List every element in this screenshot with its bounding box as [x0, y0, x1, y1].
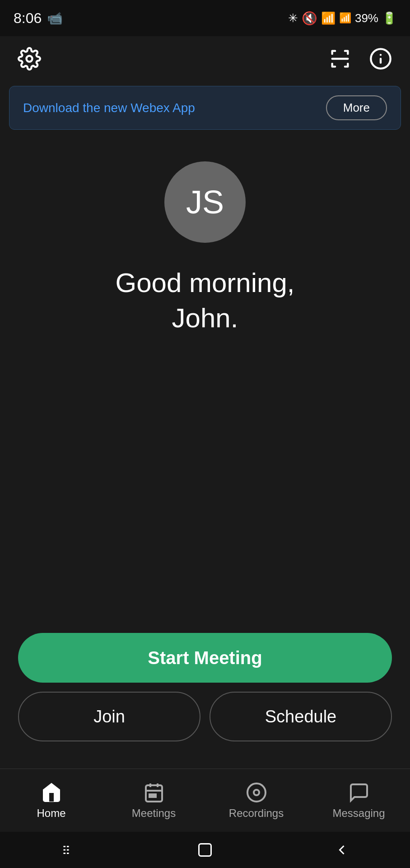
- system-navigation: [0, 832, 410, 868]
- settings-icon: [18, 47, 41, 71]
- action-area: Start Meeting Join Schedule: [0, 633, 410, 741]
- greeting-line1: Good morning,: [116, 268, 295, 298]
- status-icons-right: ✳ 🔇 📶 📶 39% 🔋: [288, 11, 396, 26]
- user-avatar: JS: [164, 161, 246, 243]
- svg-point-12: [254, 790, 259, 795]
- time-display: 8:06: [14, 10, 42, 27]
- banner-more-button[interactable]: More: [326, 95, 387, 120]
- nav-messaging[interactable]: Messaging: [308, 782, 410, 820]
- start-meeting-button[interactable]: Start Meeting: [18, 633, 392, 683]
- bluetooth-icon: ✳: [288, 11, 298, 25]
- join-button[interactable]: Join: [18, 692, 200, 741]
- avatar-initials: JS: [186, 184, 224, 221]
- back-button[interactable]: [334, 842, 350, 858]
- nav-meetings-label: Meetings: [132, 807, 176, 820]
- bottom-navigation: Home Meetings Recordings Messaging: [0, 769, 410, 832]
- settings-button[interactable]: [14, 43, 45, 75]
- scan-icon: [328, 47, 352, 71]
- greeting-text: Good morning, John.: [116, 265, 295, 336]
- svg-point-11: [247, 783, 266, 802]
- svg-rect-10: [153, 794, 156, 797]
- mute-icon: 🔇: [302, 11, 317, 26]
- messaging-icon: [348, 782, 370, 803]
- nav-home[interactable]: Home: [0, 782, 102, 820]
- secondary-buttons: Join Schedule: [18, 692, 392, 741]
- svg-rect-19: [199, 844, 211, 856]
- video-indicator: 📹: [47, 11, 63, 26]
- nav-meetings[interactable]: Meetings: [102, 782, 205, 820]
- banner-text: Download the new Webex App: [23, 101, 195, 115]
- recordings-icon: [246, 782, 267, 803]
- header-right-icons: [324, 43, 396, 75]
- svg-point-0: [27, 56, 33, 62]
- main-content: JS Good morning, John.: [0, 134, 410, 354]
- battery-percentage: 39%: [355, 11, 378, 25]
- app-header: [0, 36, 410, 81]
- status-time: 8:06 📹: [14, 10, 63, 27]
- nav-recordings[interactable]: Recordings: [205, 782, 308, 820]
- wifi-icon: 📶: [321, 11, 335, 25]
- signal-icon: 📶: [339, 12, 351, 24]
- greeting-name: John.: [172, 303, 238, 333]
- battery-icon: 🔋: [382, 11, 396, 25]
- nav-messaging-label: Messaging: [332, 807, 385, 820]
- nav-recordings-label: Recordings: [229, 807, 284, 820]
- meetings-icon: [143, 782, 165, 803]
- download-banner: Download the new Webex App More: [9, 86, 401, 130]
- scan-button[interactable]: [324, 43, 356, 75]
- schedule-button[interactable]: Schedule: [210, 692, 392, 741]
- info-icon: [369, 47, 392, 71]
- info-button[interactable]: [365, 43, 396, 75]
- home-hardware-icon: [197, 842, 213, 858]
- home-icon: [41, 782, 62, 803]
- status-bar: 8:06 📹 ✳ 🔇 📶 📶 39% 🔋: [0, 0, 410, 36]
- svg-rect-9: [149, 794, 152, 797]
- back-icon: [334, 842, 350, 858]
- home-button[interactable]: [197, 842, 213, 858]
- recents-icon: [60, 842, 76, 858]
- recents-button[interactable]: [60, 842, 76, 858]
- nav-home-label: Home: [37, 807, 65, 820]
